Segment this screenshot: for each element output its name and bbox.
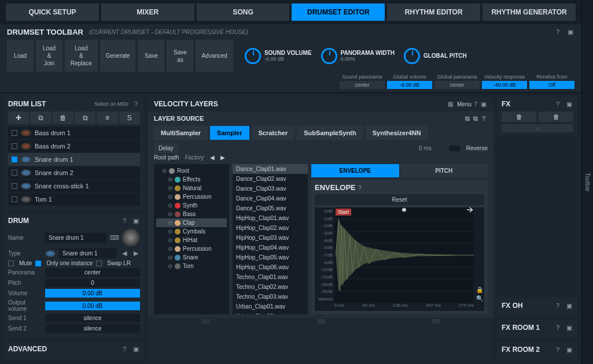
drum-list-item[interactable]: Bass drum 2 [8, 140, 140, 153]
handle-icon[interactable] [432, 319, 440, 324]
tree-node[interactable]: ⊖Snare [156, 253, 227, 262]
tree-node[interactable]: ⊖Bass [156, 210, 227, 218]
lock-icon[interactable]: 🔒 [476, 287, 483, 293]
add-icon[interactable]: ✚ [8, 112, 29, 124]
drum-list-item[interactable]: Snare drum 2 [8, 166, 140, 180]
file-item[interactable]: Dance_Clap05.wav [233, 203, 308, 213]
load-replace-button[interactable]: Load&Replace [65, 40, 98, 72]
knob[interactable] [245, 48, 261, 64]
trash-icon[interactable]: 🗑 [539, 112, 573, 122]
next-icon[interactable]: ▶ [132, 250, 140, 257]
help-icon[interactable]: ? [554, 302, 562, 309]
checkbox[interactable] [12, 170, 17, 176]
speaker-icon[interactable] [121, 228, 140, 247]
link-icon[interactable]: ⛓ [448, 101, 454, 107]
trash-icon[interactable]: 🗑 [502, 112, 536, 122]
checkbox[interactable] [12, 143, 17, 149]
checkbox[interactable] [12, 157, 17, 162]
param-value[interactable]: silence [45, 314, 140, 322]
only-one-checkbox[interactable] [35, 261, 41, 266]
drum-list-item[interactable]: Bass drum 1 [8, 127, 140, 140]
tree-node[interactable]: ⊖Percussion [156, 244, 227, 253]
copy-icon[interactable]: ⧉ [30, 112, 51, 124]
file-item[interactable]: Urban_Clap01.wav [233, 302, 308, 311]
copy-icon[interactable]: ⧉ [463, 115, 472, 122]
source-tab-synthesizer4nn[interactable]: Synthesizer4NN [366, 126, 428, 140]
source-tab-multisampler[interactable]: MultiSampler [154, 126, 208, 140]
param-value[interactable]: silence [45, 324, 140, 333]
drum-list-item[interactable]: Snare drum 1 [8, 153, 140, 166]
main-tab-mixer[interactable]: MIXER [101, 3, 194, 21]
trash-icon[interactable]: 🗑 [53, 112, 73, 124]
file-item[interactable]: HipHop_Clap03.wav [233, 233, 308, 243]
list-icon[interactable]: ≡ [97, 112, 117, 124]
toolbar-tab[interactable]: Toolbar [584, 173, 591, 192]
file-item[interactable]: Urban_Clap02.wav [233, 311, 308, 314]
help-icon[interactable]: ? [356, 184, 364, 191]
param-value[interactable]: center [45, 268, 140, 277]
rootpath-value[interactable]: Factory [185, 154, 204, 161]
env-tab-envelope[interactable]: ENVELOPE [311, 164, 399, 177]
tree-node[interactable]: ⊖Percussion [156, 192, 227, 201]
menu-button[interactable]: Menu [457, 101, 472, 107]
expand-icon[interactable]: ▣ [565, 101, 573, 108]
prev-icon[interactable]: ◀ [210, 154, 215, 161]
source-tab-sampler[interactable]: Sampler [210, 126, 249, 140]
handle-icon[interactable] [202, 319, 210, 324]
tree-node[interactable]: ⊖Synth [156, 201, 227, 210]
paste-icon[interactable]: ⧉ [472, 115, 480, 122]
param-value[interactable]: Off [529, 81, 574, 89]
tree-node[interactable]: ⊖Cymbals [156, 227, 227, 236]
help-icon[interactable]: ? [120, 346, 128, 352]
knob[interactable] [404, 48, 420, 64]
param-value[interactable]: center [434, 81, 480, 89]
param-value[interactable]: 0.00 dB [45, 289, 140, 298]
zoom-icon[interactable]: 🔍 [476, 295, 483, 302]
drum-list-item[interactable]: Tom 1 [8, 193, 140, 206]
param-value[interactable]: -6.00 dB [387, 81, 432, 89]
expand-icon[interactable]: ▣ [565, 324, 573, 332]
file-item[interactable]: Dance_Clap03.wav [233, 184, 308, 194]
waveform-display[interactable]: 0dB-1dB-2dB-3dB-4dB-5dB-7dB-9dB-12dB-15d… [315, 207, 484, 311]
right-sidebar[interactable]: Toolbar [581, 0, 593, 364]
file-item[interactable]: HipHop_Clap02.wav [233, 223, 308, 233]
drum-list-item[interactable]: Snare cross-stick 1 [8, 180, 140, 193]
expand-icon[interactable]: ▣ [132, 217, 140, 225]
handle-icon[interactable] [317, 319, 325, 324]
help-icon[interactable]: ? [554, 101, 562, 107]
main-tab-quick-setup[interactable]: QUICK SETUP [6, 3, 99, 21]
tree-node[interactable]: ⊖Natural [156, 184, 227, 192]
select-midi-label[interactable]: Select on MIDI [94, 101, 128, 107]
fx-slot[interactable]: ○ [502, 124, 573, 132]
help-icon[interactable]: ? [132, 101, 140, 107]
env-tab-pitch[interactable]: PITCH [400, 164, 488, 177]
file-item[interactable]: Dance_Clap02.wav [233, 174, 308, 184]
help-icon[interactable]: ? [120, 217, 128, 224]
source-tab-scratcher[interactable]: Scratcher [252, 126, 295, 140]
help-icon[interactable]: ? [554, 28, 562, 36]
file-item[interactable]: Dance_Clap04.wav [233, 194, 308, 203]
param-value[interactable]: center [340, 81, 385, 89]
checkbox[interactable] [12, 130, 17, 136]
file-item[interactable]: HipHop_Clap05.wav [233, 252, 308, 262]
expand-icon[interactable]: ▣ [565, 302, 573, 310]
save-as-button[interactable]: Saveas [167, 40, 193, 72]
swap-lr-checkbox[interactable] [96, 261, 102, 266]
checkbox[interactable] [12, 183, 17, 189]
main-tab-drumset-editor[interactable]: DRUMSET EDITOR [292, 3, 385, 21]
file-item[interactable]: Dance_Clap01.wav [233, 164, 308, 174]
tree-node[interactable]: ⊖Effects [156, 175, 227, 184]
expand-icon[interactable]: ▣ [132, 346, 140, 353]
reset-button[interactable]: Reset [315, 194, 484, 205]
keyboard-icon[interactable]: ⌨ [110, 234, 118, 242]
mute-checkbox[interactable] [8, 261, 14, 266]
help-icon[interactable]: ? [472, 101, 480, 107]
tree-node[interactable]: ⊖Clap [156, 218, 227, 227]
expand-icon[interactable]: ▣ [566, 28, 574, 36]
start-marker[interactable]: Start [336, 209, 351, 216]
file-item[interactable]: HipHop_Clap04.wav [233, 243, 308, 252]
load-join-button[interactable]: Load&Join [36, 40, 62, 72]
help-icon[interactable]: ? [554, 324, 562, 331]
help-icon[interactable]: ? [480, 115, 488, 122]
load-button[interactable]: Load [7, 40, 34, 72]
